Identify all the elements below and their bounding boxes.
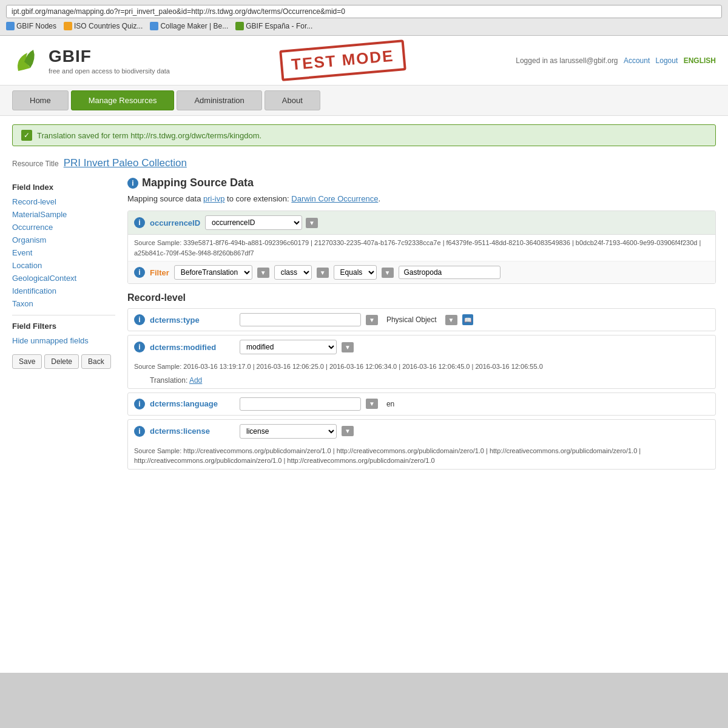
browser-chrome: ipt.gbif.org/manage/mapping.do?r=pri_inv… [0,0,728,36]
occurrence-id-select[interactable]: occurrenceID [205,215,302,230]
logo-subtitle: free and open access to biodiversity dat… [49,67,170,75]
collage-maker-icon [150,22,158,30]
dcterms-type-value-arrow[interactable]: ▼ [445,315,457,325]
filter-condition-select[interactable]: Equals [334,265,377,280]
save-button[interactable]: Save [12,354,42,369]
dcterms-type-name: dcterms:type [150,315,235,325]
field-filters-title: Field Filters [12,322,115,331]
main-content: i Mapping Source Data Mapping source dat… [127,177,716,473]
filter-type-select[interactable]: BeforeTranslation [174,265,252,280]
occurrence-id-sample: Source Sample: 339e5871-8f76-494b-a881-0… [128,235,715,261]
occurrence-id-header: i occurrenceID occurrenceID ▼ [128,211,715,235]
sidebar-actions: Save Delete Back [12,354,115,369]
dcterms-license-row: i dcterms:license license ▼ Source Sampl… [127,419,716,470]
dcterms-license-select[interactable]: license [240,424,337,439]
dcterms-modified-select[interactable]: modified [240,340,337,354]
sidebar-item-location[interactable]: Location [12,259,115,272]
bookmark-label: GBIF España - For... [246,22,312,30]
language-selector[interactable]: ENGLISH [684,56,716,65]
nav-manage-resources[interactable]: Manage Resources [71,90,175,110]
hide-unmapped-link[interactable]: Hide unmapped fields [12,334,115,347]
address-bar[interactable]: ipt.gbif.org/manage/mapping.do?r=pri_inv… [6,5,722,18]
nav-about[interactable]: About [265,90,320,110]
filter-value-input[interactable] [399,266,500,279]
resource-title-label: Resource Title [12,160,59,168]
occurrence-id-name: occurrenceID [150,218,200,228]
dcterms-type-input[interactable] [240,313,361,326]
nav-home[interactable]: Home [12,90,69,110]
dcterms-modified-info-icon: i [134,342,145,352]
site-header: GBIF free and open access to biodiversit… [0,36,728,86]
dcterms-license-info-icon: i [134,426,145,437]
mapping-extension-link[interactable]: Darwin Core Occurrence [291,194,378,203]
resource-title-link[interactable]: PRI Invert Paleo Collection [64,157,187,169]
sidebar-item-record-level[interactable]: Record-level [12,195,115,208]
mapping-description: Mapping source data pri-ivp to core exte… [127,194,716,203]
logged-in-text: Logged in as larussell@gbif.org [516,56,618,65]
sidebar-item-taxon[interactable]: Taxon [12,297,115,310]
logo-text-area: GBIF free and open access to biodiversit… [49,47,170,75]
translation-add-link[interactable]: Add [189,376,202,385]
bookmark-label: ISO Countries Quiz... [74,22,143,30]
info-icon: i [127,178,138,189]
dcterms-type-arrow[interactable]: ▼ [366,315,378,325]
resource-title-row: Resource Title PRI Invert Paleo Collecti… [0,155,728,177]
dcterms-modified-header: i dcterms:modified modified ▼ [128,335,715,359]
sidebar-item-occurrence[interactable]: Occurrence [12,221,115,234]
filter-field-arrow[interactable]: ▼ [317,268,329,278]
occurrence-info-icon: i [134,217,145,228]
mapping-desc-middle: to core extension: [227,194,289,203]
sidebar-item-organism[interactable]: Organism [12,234,115,246]
bookmark-label: GBIF Nodes [16,22,56,30]
dcterms-language-info-icon: i [134,399,145,410]
filter-type-arrow[interactable]: ▼ [257,268,269,278]
delete-button[interactable]: Delete [44,354,79,369]
dcterms-license-name: dcterms:license [150,426,235,436]
dcterms-type-info-icon: i [134,314,145,325]
bookmark-gbif-espana[interactable]: GBIF España - For... [235,22,312,30]
nav-administration[interactable]: Administration [177,90,261,110]
bookmark-iso-quiz[interactable]: ISO Countries Quiz... [64,22,143,30]
dcterms-modified-arrow[interactable]: ▼ [342,342,354,352]
filter-info-icon: i [134,267,145,278]
dcterms-modified-sample: Source Sample: 2016-03-16 13:19:17.0 | 2… [128,359,715,375]
logo-area: GBIF free and open access to biodiversit… [12,47,170,75]
sidebar-divider [12,315,115,315]
mapping-source-link[interactable]: pri-ivp [203,194,224,203]
filter-condition-arrow[interactable]: ▼ [382,268,394,278]
sidebar-item-event[interactable]: Event [12,246,115,259]
bookmark-gbif-nodes[interactable]: GBIF Nodes [6,22,56,30]
dcterms-type-header: i dcterms:type ▼ Physical Object ▼ 📖 [128,309,715,331]
back-button[interactable]: Back [81,354,111,369]
dcterms-language-input[interactable] [240,397,361,411]
occurrence-id-arrow[interactable]: ▼ [306,218,318,228]
bookmarks-bar: GBIF Nodes ISO Countries Quiz... Collage… [6,22,722,30]
bookmark-collage-maker[interactable]: Collage Maker | Be... [150,22,228,30]
filter-label: Filter [150,268,169,277]
dcterms-type-row: i dcterms:type ▼ Physical Object ▼ 📖 [127,308,716,331]
dcterms-language-arrow[interactable]: ▼ [366,399,378,409]
gbif-nodes-icon [6,22,15,30]
sidebar-item-materialsample[interactable]: MaterialSample [12,208,115,221]
occurrence-id-input-row: occurrenceID ▼ [205,215,709,230]
sidebar-item-identification[interactable]: Identification [12,285,115,297]
dcterms-license-header: i dcterms:license license ▼ [128,420,715,443]
dcterms-language-header: i dcterms:language ▼ en [128,393,715,415]
filter-field-select[interactable]: class [274,265,312,280]
gbif-leaf-icon [12,47,42,74]
logout-link[interactable]: Logout [656,56,678,65]
occurrence-id-block: i occurrenceID occurrenceID ▼ Source Sam… [127,211,716,284]
alert-message: Translation saved for term http://rs.tdw… [37,131,261,140]
dcterms-language-row: i dcterms:language ▼ en [127,393,716,416]
translation-label: Translation: [150,376,187,385]
bookmark-label: Collage Maker | Be... [160,22,228,30]
header-user: Logged in as larussell@gbif.org Account … [516,56,716,65]
dcterms-language-name: dcterms:language [150,399,235,408]
sidebar-item-geological-context[interactable]: GeologicalContext [12,272,115,285]
content-area: Field Index Record-level MaterialSample … [0,177,728,473]
book-icon[interactable]: 📖 [462,314,473,325]
field-index-title: Field Index [12,183,115,192]
dcterms-language-value: en [383,399,398,410]
dcterms-license-arrow[interactable]: ▼ [342,426,354,436]
account-link[interactable]: Account [624,56,650,65]
